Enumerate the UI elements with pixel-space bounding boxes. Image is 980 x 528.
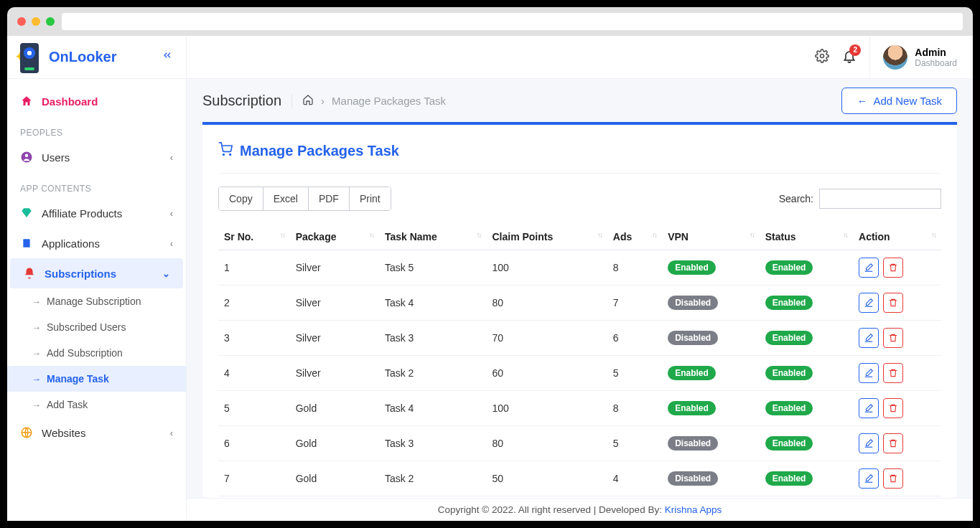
edit-button[interactable]: [859, 258, 879, 278]
cell-action: [853, 321, 941, 356]
cell-ads: 8: [607, 391, 662, 426]
edit-button[interactable]: [859, 293, 879, 313]
sort-icon: ↑↓: [597, 231, 602, 239]
cell-ads: 4: [607, 461, 662, 496]
cell-vpn: Disabled: [662, 461, 760, 496]
cell-task: Task 2: [379, 356, 487, 391]
user-menu[interactable]: Admin Dashboard: [869, 36, 957, 78]
cell-ads: 5: [607, 356, 662, 391]
delete-button[interactable]: [883, 293, 903, 313]
chevron-down-icon: ⌄: [162, 268, 170, 279]
th-package[interactable]: Package↑↓: [290, 224, 379, 250]
brand-name: OnLooker: [49, 49, 116, 65]
edit-button[interactable]: [859, 398, 879, 418]
cell-action: [853, 286, 941, 321]
sub-subscribed-users[interactable]: →Subscribed Users: [7, 314, 186, 340]
search-wrap: Search:: [779, 189, 941, 209]
nav-dashboard[interactable]: Dashboard: [7, 86, 186, 116]
footer: Copyright © 2022. All right reserved | D…: [187, 498, 973, 521]
sub-add-task[interactable]: →Add Task: [7, 392, 186, 418]
cell-claim: 60: [486, 356, 607, 391]
svg-point-1: [25, 154, 29, 158]
arrow-left-icon: ←: [857, 95, 867, 107]
vpn-badge: Disabled: [668, 436, 718, 451]
cell-status: Enabled: [760, 286, 853, 321]
breadcrumb: › Manage Packages Task: [291, 94, 446, 108]
cell-sr: 6: [218, 426, 290, 461]
close-window-icon[interactable]: [17, 17, 26, 26]
nav-subscriptions-label: Subscriptions: [45, 268, 116, 280]
url-bar[interactable]: [62, 13, 963, 30]
sub-manage-task[interactable]: →Manage Task: [7, 366, 186, 392]
delete-button[interactable]: [883, 398, 903, 418]
add-new-task-button[interactable]: ← Add New Task: [841, 88, 957, 114]
copy-button[interactable]: Copy: [219, 187, 263, 210]
pdf-button[interactable]: PDF: [308, 187, 349, 210]
sub-label: Manage Task: [47, 373, 109, 385]
cell-task: Task 4: [379, 286, 487, 321]
cell-action: [853, 250, 941, 286]
cell-status: Enabled: [760, 461, 853, 496]
th-action[interactable]: Action↑↓: [853, 224, 941, 250]
vpn-badge: Disabled: [668, 331, 718, 345]
nav-users-label: Users: [42, 151, 70, 164]
cell-task: Task 5: [379, 250, 487, 286]
th-ads[interactable]: Ads↑↓: [607, 224, 662, 250]
section-app-contents: APP CONTENTS: [7, 172, 186, 198]
print-button[interactable]: Print: [349, 187, 391, 210]
edit-button[interactable]: [859, 468, 879, 489]
sort-icon: ↑↓: [843, 231, 847, 239]
th-vpn[interactable]: VPN↑↓: [662, 224, 760, 250]
delete-button[interactable]: [883, 328, 903, 348]
th-task[interactable]: Task Name↑↓: [379, 224, 487, 250]
table-row: 4SilverTask 2605EnabledEnabled: [218, 356, 941, 391]
bell-icon: [23, 267, 36, 280]
footer-text: Copyright © 2022. All right reserved | D…: [438, 504, 665, 515]
nav-websites[interactable]: Websites ‹: [7, 418, 186, 448]
sub-manage-subscription[interactable]: →Manage Subscription: [7, 288, 186, 314]
table-wrap[interactable]: Sr No.↑↓ Package↑↓ Task Name↑↓ Claim Poi…: [218, 224, 941, 498]
settings-icon[interactable]: [815, 49, 829, 66]
nav-subscriptions[interactable]: Subscriptions ⌄: [10, 258, 183, 288]
footer-link[interactable]: Krishna Apps: [665, 504, 722, 515]
search-label: Search:: [779, 193, 813, 204]
page-title: Subscription: [202, 93, 281, 109]
vpn-badge: Enabled: [668, 366, 716, 380]
nav-applications[interactable]: Applications ‹: [7, 228, 186, 258]
delete-button[interactable]: [883, 258, 903, 278]
th-claim[interactable]: Claim Points↑↓: [486, 224, 607, 250]
delete-button[interactable]: [883, 363, 903, 383]
chevron-left-icon: ‹: [170, 428, 173, 438]
home-icon: [20, 95, 33, 108]
edit-button[interactable]: [859, 433, 879, 453]
delete-button[interactable]: [883, 468, 903, 489]
search-input[interactable]: [819, 189, 941, 209]
cell-status: Enabled: [760, 391, 853, 426]
user-icon: [20, 151, 33, 164]
nav-users[interactable]: Users ‹: [7, 142, 186, 172]
edit-button[interactable]: [859, 363, 879, 383]
cell-vpn: Disabled: [662, 426, 760, 461]
edit-button[interactable]: [859, 328, 879, 348]
table-row: 3SilverTask 3706DisabledEnabled: [218, 321, 941, 356]
collapse-sidebar-icon[interactable]: [162, 50, 173, 65]
home-breadcrumb-icon[interactable]: [302, 94, 314, 108]
brand-logo-icon: ✦: [20, 43, 42, 72]
status-badge: Enabled: [765, 471, 813, 486]
cell-task: Task 3: [379, 321, 487, 356]
excel-button[interactable]: Excel: [263, 187, 308, 210]
section-peoples: PEOPLES: [7, 116, 186, 142]
minimize-window-icon[interactable]: [32, 17, 40, 26]
main: 2 Admin Dashboard Subscription › Manage …: [187, 36, 973, 521]
th-status[interactable]: Status↑↓: [760, 224, 853, 250]
delete-button[interactable]: [883, 433, 903, 453]
nav-affiliate[interactable]: Affiliate Products ‹: [7, 198, 186, 228]
notifications-icon[interactable]: 2: [842, 49, 857, 66]
sort-icon: ↑↓: [652, 231, 656, 239]
th-sr[interactable]: Sr No.↑↓: [218, 224, 290, 250]
svg-rect-2: [23, 239, 29, 248]
status-badge: Enabled: [765, 331, 813, 345]
svg-point-6: [230, 154, 231, 156]
sub-add-subscription[interactable]: →Add Subscription: [7, 340, 186, 366]
maximize-window-icon[interactable]: [46, 17, 55, 26]
